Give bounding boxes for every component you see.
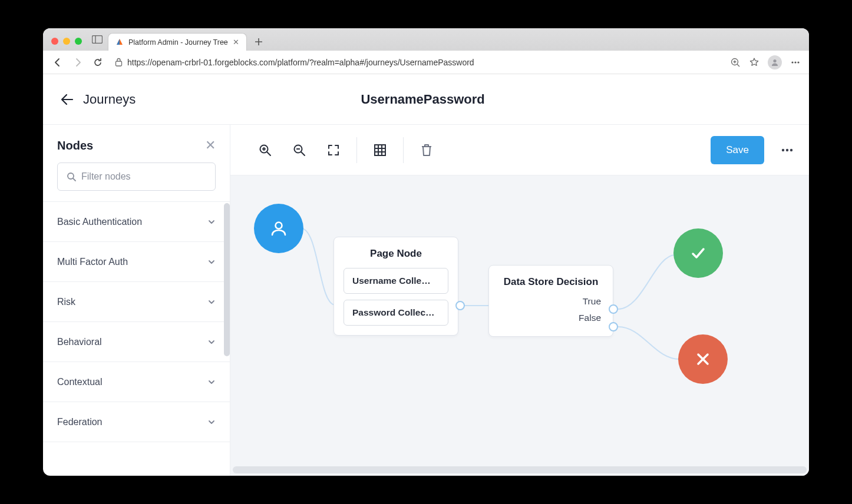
svg-rect-0 bbox=[93, 36, 103, 44]
svg-point-32 bbox=[276, 223, 282, 229]
arrow-left-icon bbox=[60, 92, 75, 107]
outcome-label: False bbox=[579, 313, 601, 323]
minimize-window-button[interactable] bbox=[63, 38, 70, 45]
more-menu-button[interactable] bbox=[780, 142, 795, 158]
svg-line-16 bbox=[73, 178, 75, 181]
tab-overview-icon[interactable] bbox=[90, 32, 104, 47]
data-store-decision-node[interactable]: Data Store Decision True False bbox=[488, 265, 613, 337]
svg-line-8 bbox=[737, 64, 739, 67]
failure-end-node[interactable] bbox=[678, 334, 728, 384]
page-node-child[interactable]: Username Colle… bbox=[344, 268, 448, 294]
browser-tab[interactable]: Platform Admin - Journey Tree ✕ bbox=[108, 33, 247, 51]
svg-line-22 bbox=[301, 152, 305, 155]
category-label: Multi Factor Auth bbox=[57, 257, 128, 267]
lock-icon bbox=[115, 58, 123, 67]
back-label: Journeys bbox=[83, 92, 136, 107]
node-category-list: Basic Authentication Multi Factor Auth R… bbox=[43, 201, 230, 476]
sidebar-title: Nodes bbox=[57, 139, 93, 152]
zoom-out-button[interactable] bbox=[292, 142, 307, 158]
fit-view-button[interactable] bbox=[326, 142, 341, 158]
category-label: Risk bbox=[57, 297, 75, 307]
category-federation[interactable]: Federation bbox=[43, 402, 230, 442]
url-field[interactable]: https://openam-crbrl-01.forgeblocks.com/… bbox=[111, 58, 723, 67]
output-port-true[interactable] bbox=[609, 304, 618, 314]
zoom-in-button[interactable] bbox=[257, 142, 273, 158]
tab-title: Platform Admin - Journey Tree bbox=[128, 38, 228, 47]
journey-title: UsernamePassword bbox=[136, 92, 710, 107]
nav-reload-button[interactable] bbox=[91, 56, 104, 69]
svg-rect-24 bbox=[375, 145, 385, 155]
outcome-label: True bbox=[583, 296, 601, 307]
category-basic-authentication[interactable]: Basic Authentication bbox=[43, 202, 230, 242]
svg-point-13 bbox=[794, 61, 796, 63]
app-header: Journeys UsernamePassword bbox=[43, 74, 809, 125]
nav-forward-button[interactable] bbox=[71, 56, 84, 69]
browser-menu-icon[interactable] bbox=[790, 57, 801, 68]
category-label: Basic Authentication bbox=[57, 217, 142, 227]
canvas-toolbar: Save bbox=[230, 125, 809, 175]
close-window-button[interactable] bbox=[51, 38, 58, 45]
chevron-down-icon bbox=[207, 378, 216, 386]
zoom-indicator-icon[interactable] bbox=[730, 57, 741, 68]
svg-point-12 bbox=[791, 61, 793, 63]
profile-avatar[interactable] bbox=[768, 55, 782, 69]
category-label: Federation bbox=[57, 417, 103, 427]
category-contextual[interactable]: Contextual bbox=[43, 362, 230, 402]
maximize-window-button[interactable] bbox=[75, 38, 82, 45]
category-label: Contextual bbox=[57, 377, 103, 387]
canvas-horizontal-scrollbar[interactable] bbox=[233, 466, 807, 473]
browser-window: Platform Admin - Journey Tree ✕ https://… bbox=[43, 28, 809, 476]
close-tab-icon[interactable]: ✕ bbox=[233, 38, 239, 47]
bookmark-icon[interactable] bbox=[749, 57, 759, 68]
category-risk[interactable]: Risk bbox=[43, 282, 230, 322]
url-text: https://openam-crbrl-01.forgeblocks.com/… bbox=[127, 58, 474, 67]
save-button[interactable]: Save bbox=[711, 136, 764, 164]
svg-point-11 bbox=[773, 59, 776, 62]
addressbar-actions bbox=[730, 55, 801, 69]
workspace: Nodes ✕ Basic Authentication Multi Facto… bbox=[43, 125, 809, 476]
svg-line-18 bbox=[267, 152, 270, 155]
nodes-sidebar: Nodes ✕ Basic Authentication Multi Facto… bbox=[43, 125, 230, 476]
search-icon bbox=[66, 171, 77, 182]
page-node[interactable]: Page Node Username Colle… Password Colle… bbox=[333, 237, 458, 336]
page-node-child[interactable]: Password Collec… bbox=[344, 300, 448, 326]
browser-addressbar: https://openam-crbrl-01.forgeblocks.com/… bbox=[43, 51, 809, 74]
x-icon bbox=[694, 350, 712, 368]
output-port[interactable] bbox=[455, 301, 465, 310]
window-controls bbox=[49, 38, 87, 51]
svg-marker-3 bbox=[117, 39, 120, 45]
check-icon bbox=[688, 243, 709, 264]
chevron-down-icon bbox=[207, 418, 216, 426]
sidebar-scrollbar[interactable] bbox=[224, 203, 230, 356]
node-title: Data Store Decision bbox=[498, 276, 603, 288]
svg-rect-6 bbox=[116, 61, 122, 66]
browser-tabbar: Platform Admin - Journey Tree ✕ bbox=[43, 28, 809, 51]
category-label: Behavioral bbox=[57, 337, 102, 347]
svg-point-30 bbox=[786, 148, 788, 151]
filter-nodes-input[interactable] bbox=[81, 171, 207, 182]
flow-canvas[interactable]: Page Node Username Colle… Password Colle… bbox=[230, 175, 809, 476]
back-to-journeys[interactable]: Journeys bbox=[60, 92, 136, 107]
node-title: Page Node bbox=[344, 248, 448, 260]
svg-point-29 bbox=[782, 148, 784, 151]
chevron-down-icon bbox=[207, 298, 216, 306]
start-node[interactable] bbox=[254, 204, 303, 253]
user-icon bbox=[269, 218, 289, 238]
toggle-grid-button[interactable] bbox=[372, 142, 388, 158]
svg-point-31 bbox=[790, 148, 792, 151]
tab-favicon-icon bbox=[115, 38, 124, 47]
category-multi-factor-auth[interactable]: Multi Factor Auth bbox=[43, 242, 230, 282]
output-port-false[interactable] bbox=[609, 322, 618, 331]
canvas-area: Save bbox=[230, 125, 809, 476]
chevron-down-icon bbox=[207, 258, 216, 266]
nav-back-button[interactable] bbox=[51, 56, 64, 69]
chevron-down-icon bbox=[207, 338, 216, 346]
category-behavioral[interactable]: Behavioral bbox=[43, 322, 230, 362]
close-sidebar-icon[interactable]: ✕ bbox=[205, 138, 216, 153]
filter-nodes-field[interactable] bbox=[57, 163, 216, 191]
svg-point-14 bbox=[797, 61, 799, 63]
new-tab-button[interactable] bbox=[250, 34, 267, 50]
delete-button[interactable] bbox=[419, 142, 434, 158]
chevron-down-icon bbox=[207, 218, 216, 226]
success-end-node[interactable] bbox=[673, 228, 723, 278]
